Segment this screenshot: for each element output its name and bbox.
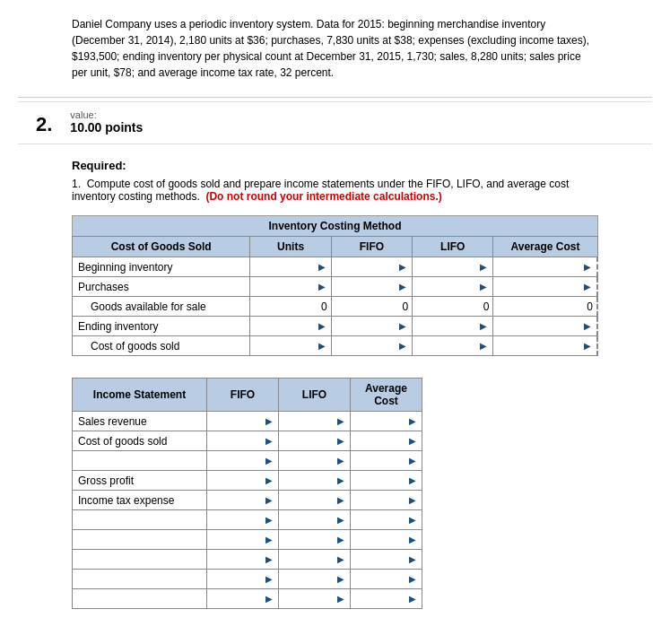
income-blank3-fifo-cell[interactable]: ▶ <box>207 530 279 550</box>
row-label-beginning: Beginning inventory <box>73 257 250 277</box>
problem-text: Daniel Company uses a periodic inventory… <box>18 9 652 88</box>
income-blank4-avg-cell[interactable]: ▶ <box>351 550 422 570</box>
income-blank2-lifo-cell[interactable]: ▶ <box>279 510 351 530</box>
income-cogs-lifo-cell[interactable]: ▶ <box>279 431 351 451</box>
table-row: Beginning inventory ▶ ▶ ▶ ▶ <box>73 257 598 277</box>
page-container: Daniel Company uses a periodic inventory… <box>0 0 670 640</box>
income-blank2-avg-cell[interactable]: ▶ <box>351 510 422 530</box>
purchases-units-cell[interactable]: ▶ <box>250 277 331 297</box>
income-label-blank6 <box>73 589 207 609</box>
col-header-cogs: Cost of Goods Sold <box>73 237 250 257</box>
inventory-costing-section: Inventory Costing Method Cost of Goods S… <box>72 215 598 356</box>
income-blank2-fifo-cell[interactable]: ▶ <box>207 510 279 530</box>
table-row: Purchases ▶ ▶ ▶ ▶ <box>73 277 598 297</box>
table-row: ▶ ▶ ▶ <box>73 550 422 570</box>
tax-lifo-cell[interactable]: ▶ <box>279 491 351 510</box>
income-blank1-fifo-cell[interactable]: ▶ <box>207 451 279 471</box>
required-section: Required: 1. Compute cost of goods sold … <box>18 159 652 609</box>
income-blank1-avg-cell[interactable]: ▶ <box>351 451 422 471</box>
row-label-ending: Ending inventory <box>73 317 250 336</box>
income-cogs-avg-cell[interactable]: ▶ <box>351 431 422 451</box>
row-label-purchases: Purchases <box>73 277 250 297</box>
sales-fifo-cell[interactable]: ▶ <box>207 412 279 431</box>
income-cogs-fifo-cell[interactable]: ▶ <box>207 431 279 451</box>
income-blank4-lifo-cell[interactable]: ▶ <box>279 550 351 570</box>
income-statement-section: Income Statement FIFO LIFO AverageCost S… <box>72 378 598 609</box>
income-label-blank3 <box>73 530 207 550</box>
income-label-blank1 <box>73 451 207 471</box>
beginning-lifo-cell[interactable]: ▶ <box>413 257 493 277</box>
table-row: Cost of goods sold ▶ ▶ ▶ <box>73 431 422 451</box>
income-label-blank5 <box>73 570 207 589</box>
col-header-avg: Average Cost <box>493 237 597 257</box>
table-row: ▶ ▶ ▶ <box>73 530 422 550</box>
goods-avg-cell[interactable]: 0 <box>493 297 597 317</box>
points-value: 10.00 points <box>70 120 143 135</box>
gross-avg-cell[interactable]: ▶ <box>351 471 422 491</box>
goods-fifo-cell[interactable]: 0 <box>331 297 412 317</box>
sales-lifo-cell[interactable]: ▶ <box>279 412 351 431</box>
table-row: Cost of goods sold ▶ ▶ ▶ ▶ <box>73 336 598 356</box>
table-row: Income tax expense ▶ ▶ ▶ <box>73 491 422 510</box>
cogs-avg-cell[interactable]: ▶ <box>493 336 597 356</box>
income-blank6-lifo-cell[interactable]: ▶ <box>279 589 351 609</box>
col-header-fifo: FIFO <box>331 237 412 257</box>
beginning-avg-cell[interactable]: ▶ <box>493 257 597 277</box>
goods-lifo-cell[interactable]: 0 <box>413 297 493 317</box>
income-blank6-avg-cell[interactable]: ▶ <box>351 589 422 609</box>
income-blank5-avg-cell[interactable]: ▶ <box>351 570 422 589</box>
ending-lifo-cell[interactable]: ▶ <box>413 317 493 336</box>
income-blank5-fifo-cell[interactable]: ▶ <box>207 570 279 589</box>
table-row: Sales revenue ▶ ▶ ▶ <box>73 412 422 431</box>
income-blank3-lifo-cell[interactable]: ▶ <box>279 530 351 550</box>
inventory-table-title: Inventory Costing Method <box>72 215 598 236</box>
row-label-goods-available: Goods available for sale <box>73 297 250 317</box>
sales-avg-cell[interactable]: ▶ <box>351 412 422 431</box>
income-blank1-lifo-cell[interactable]: ▶ <box>279 451 351 471</box>
value-section: 2. value: 10.00 points <box>18 101 652 144</box>
cogs-units-cell[interactable]: ▶ <box>250 336 331 356</box>
purchases-avg-cell[interactable]: ▶ <box>493 277 597 297</box>
income-table: Income Statement FIFO LIFO AverageCost S… <box>72 378 422 609</box>
income-blank5-lifo-cell[interactable]: ▶ <box>279 570 351 589</box>
gross-fifo-cell[interactable]: ▶ <box>207 471 279 491</box>
question-number: 2. <box>36 113 52 136</box>
cogs-lifo-cell[interactable]: ▶ <box>413 336 493 356</box>
inventory-table: Cost of Goods Sold Units FIFO LIFO Avera… <box>72 236 598 356</box>
problem-description: Daniel Company uses a periodic inventory… <box>72 18 589 79</box>
row-label-cogs: Cost of goods sold <box>73 336 250 356</box>
income-col-header-lifo: LIFO <box>279 379 351 412</box>
income-col-header-label: Income Statement <box>73 379 207 412</box>
tax-fifo-cell[interactable]: ▶ <box>207 491 279 510</box>
income-label-gross: Gross profit <box>73 471 207 491</box>
table-row: Goods available for sale 0 0 0 0 <box>73 297 598 317</box>
beginning-fifo-cell[interactable]: ▶ <box>331 257 412 277</box>
income-blank3-avg-cell[interactable]: ▶ <box>351 530 422 550</box>
table-row: ▶ ▶ ▶ <box>73 570 422 589</box>
goods-units-cell[interactable]: 0 <box>250 297 331 317</box>
income-label-tax: Income tax expense <box>73 491 207 510</box>
table-row: Ending inventory ▶ ▶ ▶ ▶ <box>73 317 598 336</box>
purchases-lifo-cell[interactable]: ▶ <box>413 277 493 297</box>
income-col-header-avg: AverageCost <box>351 379 422 412</box>
instruction: 1. Compute cost of goods sold and prepar… <box>72 178 598 203</box>
points-container: value: 10.00 points <box>70 109 143 135</box>
income-col-header-fifo: FIFO <box>207 379 279 412</box>
tax-avg-cell[interactable]: ▶ <box>351 491 422 510</box>
income-label-blank2 <box>73 510 207 530</box>
income-blank4-fifo-cell[interactable]: ▶ <box>207 550 279 570</box>
ending-units-cell[interactable]: ▶ <box>250 317 331 336</box>
instruction-warning: (Do not round your intermediate calculat… <box>205 190 441 203</box>
income-blank6-fifo-cell[interactable]: ▶ <box>207 589 279 609</box>
required-title: Required: <box>72 159 598 172</box>
purchases-fifo-cell[interactable]: ▶ <box>331 277 412 297</box>
income-label-cogs: Cost of goods sold <box>73 431 207 451</box>
ending-fifo-cell[interactable]: ▶ <box>331 317 412 336</box>
cogs-fifo-cell[interactable]: ▶ <box>331 336 412 356</box>
beginning-units-cell[interactable]: ▶ <box>250 257 331 277</box>
income-label-sales: Sales revenue <box>73 412 207 431</box>
col-header-lifo: LIFO <box>413 237 493 257</box>
ending-avg-cell[interactable]: ▶ <box>493 317 597 336</box>
table-row: ▶ ▶ ▶ <box>73 451 422 471</box>
gross-lifo-cell[interactable]: ▶ <box>279 471 351 491</box>
